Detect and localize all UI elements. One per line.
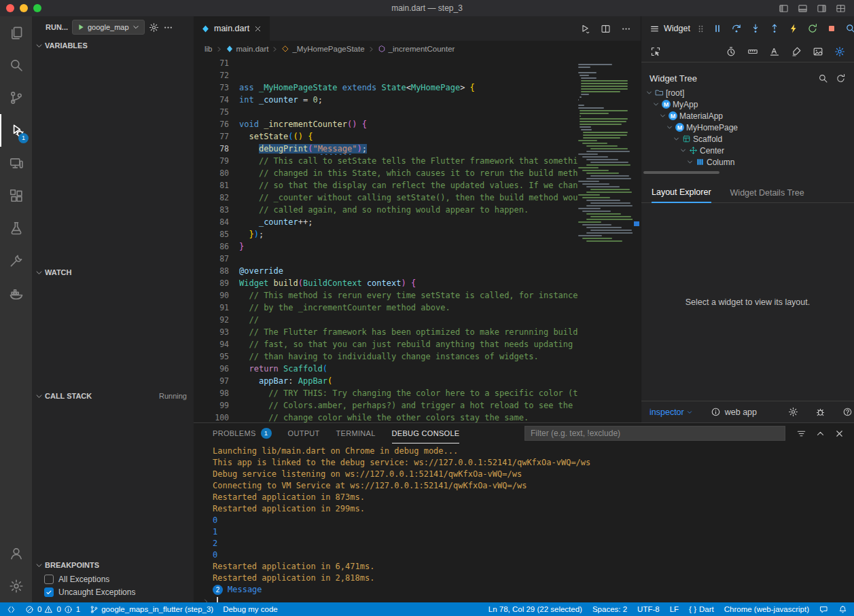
search-icon[interactable] <box>818 73 828 84</box>
activity-item-remote-explorer[interactable] <box>0 147 32 179</box>
section-watch[interactable]: WATCH <box>32 265 194 280</box>
breakpoint-all-exceptions[interactable]: All Exceptions <box>32 573 194 585</box>
help-icon[interactable] <box>842 407 853 417</box>
chevron-down-icon[interactable] <box>645 89 653 96</box>
breadcrumb-lib[interactable]: lib <box>204 45 213 53</box>
code-line[interactable]: 74int _counter = 0; <box>194 94 578 106</box>
toggle-secondary-sidebar-icon[interactable] <box>817 3 827 14</box>
code-line[interactable]: 84 _counter++; <box>194 216 578 228</box>
code-line[interactable]: 94 // fast, so that you can just rebuild… <box>194 338 578 350</box>
code-line[interactable]: 86} <box>194 240 578 253</box>
section-variables[interactable]: VARIABLES <box>32 38 194 53</box>
code-line[interactable]: 75 <box>194 106 578 118</box>
encoding-status[interactable]: UTF-8 <box>637 605 660 613</box>
activity-item-search[interactable] <box>0 49 32 81</box>
checkbox-unchecked[interactable] <box>44 575 54 584</box>
close-window-button[interactable] <box>6 4 14 12</box>
console-filter-input[interactable] <box>524 426 785 441</box>
step-out-icon[interactable] <box>767 21 782 36</box>
maximize-panel-icon[interactable] <box>815 429 825 439</box>
chevron-down-icon[interactable] <box>659 112 666 120</box>
code-line[interactable]: 82 // _counter without calling setState(… <box>194 192 578 204</box>
feedback-icon[interactable] <box>819 605 828 614</box>
widget-tree-item-scaffold[interactable]: Scaffold <box>641 133 854 145</box>
show-baselines-icon[interactable] <box>767 44 782 59</box>
activity-item-run-and-debug[interactable]: 1 <box>0 114 32 147</box>
inspector-settings-icon[interactable] <box>832 44 847 59</box>
toggle-primary-sidebar-icon[interactable] <box>779 3 789 14</box>
code-line[interactable]: 80 // changed in this State, which cause… <box>194 167 578 179</box>
widget-tree-item-column[interactable]: Column <box>641 156 854 168</box>
code-line[interactable]: 89Widget build(BuildContext context) { <box>194 277 578 289</box>
language-mode[interactable]: { } Dart <box>689 605 714 613</box>
step-over-icon[interactable] <box>729 21 744 36</box>
hot-reload-icon[interactable] <box>786 21 801 36</box>
section-breakpoints[interactable]: BREAKPOINTS <box>32 558 194 573</box>
show-guidelines-icon[interactable] <box>745 44 760 59</box>
git-branch-status[interactable]: google_maps_in_flutter (step_3) <box>90 605 213 614</box>
slow-animations-icon[interactable] <box>724 44 739 59</box>
section-call-stack[interactable]: CALL STACK Running <box>32 388 194 403</box>
devtools-settings-gear-icon[interactable] <box>788 407 798 417</box>
overview-ruler[interactable] <box>633 57 641 422</box>
widget-tree-item-myapp[interactable]: MMyApp <box>641 98 854 110</box>
debug-settings-gear-icon[interactable] <box>149 22 159 33</box>
widget-tree-item-root[interactable]: [root] <box>641 87 854 98</box>
widget-tree-item-center[interactable]: Center <box>641 145 854 156</box>
debug-console[interactable]: Launching lib/main.dart on Chrome in deb… <box>194 443 854 602</box>
toggle-panel-icon[interactable] <box>798 3 808 14</box>
code-line[interactable]: 72 <box>194 69 578 81</box>
activity-item-explorer[interactable] <box>0 16 32 49</box>
minimap[interactable] <box>578 58 633 422</box>
minimize-window-button[interactable] <box>20 4 28 12</box>
code-line[interactable]: 87 <box>194 253 578 265</box>
indentation-status[interactable]: Spaces: 2 <box>592 605 627 613</box>
report-bug-icon[interactable] <box>815 407 825 417</box>
start-debug-icon[interactable] <box>77 23 85 31</box>
refresh-icon[interactable] <box>836 73 846 84</box>
tab-main-dart[interactable]: main.dart <box>194 16 270 41</box>
breakpoint-uncaught-exceptions[interactable]: Uncaught Exceptions <box>32 585 194 598</box>
maximize-window-button[interactable] <box>33 4 41 12</box>
debug-task-status[interactable]: Debug my code <box>223 605 278 613</box>
code-line[interactable]: 79 // This call to setState tells the Fl… <box>194 155 578 167</box>
highlight-repaints-icon[interactable] <box>789 44 804 59</box>
code-line[interactable]: 88@override <box>194 265 578 277</box>
run-or-debug-icon[interactable] <box>580 24 590 34</box>
pause-icon[interactable] <box>710 21 725 36</box>
code-line[interactable]: 83 // called again, and so nothing would… <box>194 204 578 216</box>
stop-icon[interactable] <box>824 21 839 36</box>
tab-widget-details-tree[interactable]: Widget Details Tree <box>730 188 804 202</box>
code-line[interactable]: 97 appBar: AppBar( <box>194 375 578 387</box>
inspector-dropdown[interactable]: inspector <box>650 407 693 417</box>
code-line[interactable]: 73ass _MyHomePageState extends State<MyH… <box>194 81 578 94</box>
code-line[interactable]: 92 // <box>194 314 578 326</box>
customize-layout-icon[interactable] <box>836 3 846 14</box>
debug-target[interactable]: Chrome (web-javascript) <box>724 605 809 613</box>
chevron-down-icon[interactable] <box>686 158 694 166</box>
code-line[interactable]: 98 // TRY THIS: Try changing the color h… <box>194 387 578 399</box>
chevron-down-icon[interactable] <box>673 135 680 143</box>
filter-icon[interactable] <box>796 429 806 439</box>
code-line[interactable]: 93 // The Flutter framework has been opt… <box>194 326 578 338</box>
remote-indicator[interactable] <box>7 605 16 614</box>
code-line[interactable]: 71 <box>194 57 578 69</box>
close-panel-icon[interactable] <box>834 429 844 439</box>
tab-problems[interactable]: PROBLEMS 1 <box>213 423 272 443</box>
code-line[interactable]: 96 return Scaffold( <box>194 363 578 375</box>
more-actions-icon[interactable] <box>163 22 173 33</box>
tab-debug-console[interactable]: DEBUG CONSOLE <box>392 423 460 443</box>
widget-tree-item-materialapp[interactable]: MMaterialApp <box>641 110 854 122</box>
chevron-down-icon[interactable] <box>652 101 660 108</box>
close-tab-icon[interactable] <box>253 24 262 33</box>
code-line[interactable]: 90 // This method is rerun every time se… <box>194 289 578 302</box>
activity-item-settings[interactable] <box>0 570 32 602</box>
split-editor-icon[interactable] <box>601 24 611 34</box>
select-widget-mode-icon[interactable] <box>648 44 663 59</box>
tab-terminal[interactable]: TERMINAL <box>336 423 376 443</box>
code-line[interactable]: 78 debugPrint("Message"); <box>194 143 578 155</box>
widget-tree-item-myhomepage[interactable]: MMyHomePage <box>641 122 854 133</box>
code-line[interactable]: 91 // by the _incrementCounter method ab… <box>194 302 578 314</box>
activity-item-docker[interactable] <box>0 277 32 310</box>
activity-item-extensions[interactable] <box>0 179 32 212</box>
